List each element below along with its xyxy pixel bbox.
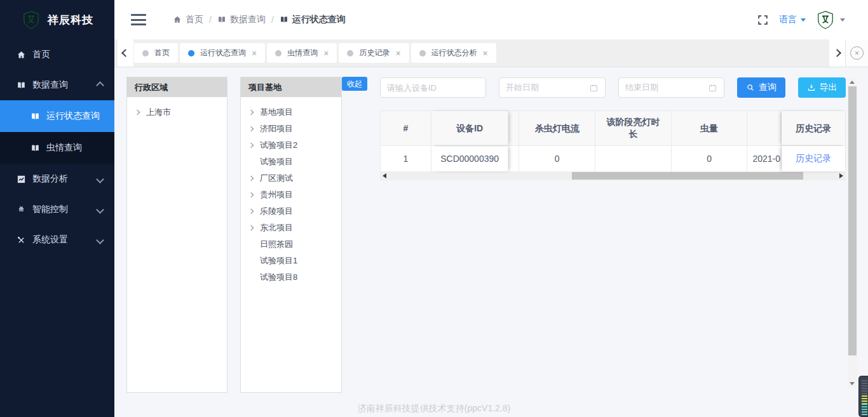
- book-icon: [31, 112, 40, 121]
- search-icon: [746, 83, 755, 92]
- language-label: 语言: [779, 14, 797, 25]
- tab-label: 运行状态查询: [200, 48, 246, 58]
- col-header-stage-light-duration: 该阶段亮灯时长: [595, 111, 672, 145]
- export-icon: [807, 83, 816, 92]
- tree-item-label: 基地项目: [260, 107, 293, 118]
- scroll-right-arrow-icon[interactable]: [839, 173, 843, 178]
- vertical-scrollbar-thumb[interactable]: [848, 86, 857, 355]
- chevron-right-icon: [248, 176, 254, 181]
- tab-close-icon[interactable]: ×: [395, 49, 400, 58]
- tree-item[interactable]: 乐陵项目: [249, 203, 341, 220]
- fullscreen-icon[interactable]: [757, 14, 769, 26]
- tree-item[interactable]: 试验项目2: [249, 137, 341, 154]
- region-panel-title: 行政区域: [127, 77, 227, 97]
- tree-item-label: 东北项目: [260, 222, 293, 234]
- breadcrumb-current-page: 运行状态查询: [280, 14, 346, 25]
- tab-label: 历史记录: [359, 48, 390, 58]
- meter-inactive-bars: [862, 380, 867, 395]
- language-dropdown[interactable]: 语言: [779, 14, 806, 25]
- sidebar-item-system-settings[interactable]: 系统设置: [0, 225, 114, 255]
- tab-status-dot: [347, 50, 353, 56]
- content-vertical-scrollbar[interactable]: [848, 77, 857, 388]
- breadcrumb-data-query[interactable]: 数据查询: [217, 14, 266, 25]
- close-all-tabs-icon[interactable]: ×: [850, 46, 864, 60]
- tab-history[interactable]: 历史记录 ×: [339, 43, 409, 63]
- sidebar-item-insect-query[interactable]: 虫情查询: [0, 132, 114, 164]
- sidebar-item-home[interactable]: 首页: [0, 39, 114, 70]
- tab-bar: 首页 运行状态查询 × 虫情查询 × 历史记录 × 运行状态分析 ×: [114, 39, 868, 67]
- tree-item[interactable]: 贵州项目: [249, 187, 341, 203]
- page-title: 运行状态查询: [292, 14, 346, 25]
- tree-item[interactable]: 试验项目1: [249, 253, 341, 269]
- tab-home[interactable]: 首页: [134, 43, 178, 63]
- chevron-up-icon: [96, 81, 104, 89]
- breadcrumb-label: 首页: [186, 14, 203, 25]
- tree-item[interactable]: 试验项目: [249, 154, 341, 170]
- sidebar-item-data-query[interactable]: 数据查询: [0, 70, 114, 100]
- scroll-down-arrow-icon[interactable]: [850, 382, 855, 385]
- caret-down-icon: [801, 18, 806, 22]
- export-button[interactable]: 导出: [798, 77, 846, 98]
- cell-stage-light-duration: [595, 146, 672, 171]
- start-date-input[interactable]: 开始日期: [499, 77, 606, 98]
- cell-time-clipped: 2021-0: [747, 146, 782, 171]
- tab-insect-query[interactable]: 虫情查询 ×: [267, 43, 337, 63]
- start-date-placeholder: 开始日期: [506, 82, 589, 93]
- tab-running-status-query[interactable]: 运行状态查询 ×: [180, 43, 265, 63]
- tree-item[interactable]: 厂区测试: [249, 170, 341, 187]
- col-header-insect-count: 虫量: [672, 111, 748, 145]
- history-link[interactable]: 历史记录: [796, 153, 831, 164]
- tree-item[interactable]: 东北项目: [249, 220, 341, 236]
- tree-item[interactable]: 济阳项目: [249, 121, 341, 137]
- tree-item-shanghai[interactable]: 上海市: [135, 104, 227, 121]
- sidebar-item-label: 数据分析: [32, 173, 97, 185]
- scroll-left-arrow-icon[interactable]: [383, 173, 386, 178]
- col-header-device-id: 设备ID: [431, 111, 509, 145]
- device-id-input[interactable]: [380, 77, 486, 98]
- main-content: 行政区域 上海市 项目基地 基地项目 济阳项目 试验项目2 试验项目 厂区测试 …: [114, 67, 868, 417]
- sidebar-item-label: 虫情查询: [46, 142, 103, 154]
- tree-item-label: 上海市: [146, 107, 171, 118]
- horizontal-scrollbar-thumb[interactable]: [572, 172, 803, 180]
- sidebar-submenu: 运行状态查询 虫情查询: [0, 100, 114, 164]
- chevron-right-icon: [135, 110, 140, 115]
- header-actions: 语言: [757, 10, 845, 29]
- sidebar-item-smart-control[interactable]: 智能控制: [0, 194, 114, 225]
- sidebar-item-data-analysis[interactable]: 数据分析: [0, 164, 114, 194]
- avatar: [816, 10, 835, 29]
- tab-close-icon[interactable]: ×: [323, 49, 329, 58]
- tree-item-label: 试验项目8: [260, 272, 297, 283]
- breadcrumb: 首页 / 数据查询 / 运行状态查询: [173, 14, 346, 25]
- chevron-down-icon: [96, 175, 104, 183]
- tree-item-label: 试验项目: [260, 156, 293, 168]
- sidebar-item-label: 系统设置: [32, 234, 97, 246]
- scroll-up-arrow-icon[interactable]: [850, 81, 855, 84]
- tree-item-label: 试验项目2: [260, 140, 297, 151]
- hamburger-menu-icon[interactable]: [131, 14, 146, 25]
- region-tree: 上海市: [127, 97, 227, 121]
- sidebar-item-running-status-query[interactable]: 运行状态查询: [0, 100, 114, 132]
- tab-close-icon[interactable]: ×: [483, 49, 488, 58]
- tree-item[interactable]: 日照茶园: [249, 236, 341, 253]
- tab-running-status-analysis[interactable]: 运行状态分析 ×: [411, 43, 496, 63]
- breadcrumb-home[interactable]: 首页: [173, 14, 203, 25]
- sidebar-item-label: 智能控制: [32, 204, 97, 215]
- tabs-scroll-left-button[interactable]: [118, 39, 133, 67]
- tree-item[interactable]: 试验项目8: [249, 269, 341, 286]
- search-button[interactable]: 查询: [737, 77, 785, 98]
- tabs-scroll-right-button[interactable]: [829, 39, 845, 67]
- user-menu[interactable]: [816, 10, 845, 29]
- table-horizontal-scrollbar[interactable]: [380, 171, 846, 180]
- end-date-input[interactable]: 结束日期: [618, 77, 724, 98]
- brand-shield-icon: [22, 10, 41, 29]
- col-header-index: #: [381, 111, 431, 145]
- brand[interactable]: 祥辰科技: [0, 0, 114, 39]
- tab-close-icon[interactable]: ×: [252, 49, 257, 58]
- tab-status-dot: [419, 50, 426, 56]
- sidebar: 祥辰科技 首页 数据查询 运行状态查询 虫情查询 数据分析: [0, 0, 114, 417]
- tab-status-dot: [275, 50, 281, 56]
- search-button-label: 查询: [759, 82, 776, 93]
- collapse-panels-button[interactable]: 收起: [342, 77, 367, 91]
- chevron-right-icon: [248, 192, 254, 197]
- tree-item[interactable]: 基地项目: [249, 104, 341, 121]
